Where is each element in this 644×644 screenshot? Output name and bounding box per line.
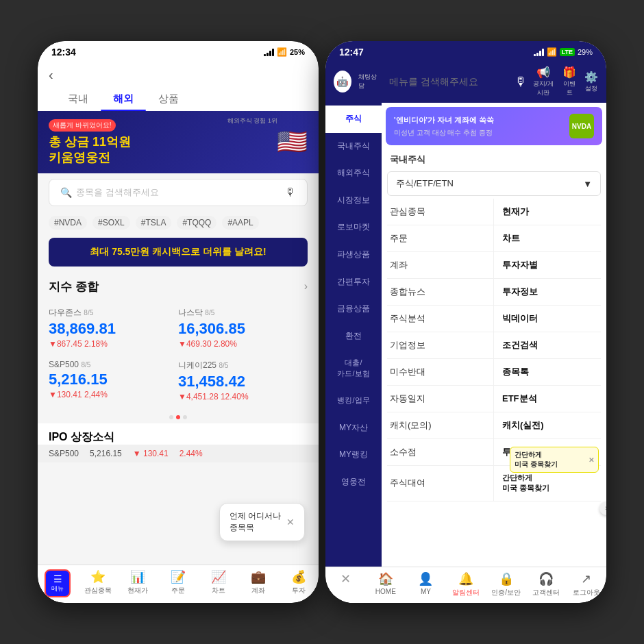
sidebar-item-banking[interactable]: 뱅킹/업무 bbox=[325, 387, 382, 414]
stock-price-0: 38,869.81 bbox=[49, 320, 178, 338]
menu-item-news[interactable]: 종합뉴스 bbox=[387, 279, 494, 306]
hashtag-1[interactable]: #SOXL bbox=[92, 216, 130, 230]
tooltip-close-icon[interactable]: ✕ bbox=[589, 456, 594, 464]
search-bar[interactable]: 🔍 종목을 검색해주세요 🎙 bbox=[49, 179, 308, 206]
menu-item-corp-info[interactable]: 기업정보 bbox=[387, 332, 494, 359]
sidebar-item-overseas[interactable]: 해외주식 bbox=[325, 160, 382, 187]
bottom-tab-account[interactable]: 💼 계좌 bbox=[238, 569, 279, 597]
menu-item-condition-search[interactable]: 조건검색 bbox=[494, 332, 601, 359]
menu-item-chart[interactable]: 차트 bbox=[494, 225, 601, 252]
bottom-support-tab[interactable]: 🎧 고객센터 bbox=[526, 571, 567, 597]
tab-products[interactable]: 상품 bbox=[146, 87, 191, 111]
stock-change-0: ▼867.45 2.18% bbox=[49, 339, 178, 349]
bottom-tab-chart[interactable]: 📈 차트 bbox=[198, 569, 238, 597]
bottom-tab-menu[interactable]: ☰ 메뉴 bbox=[38, 569, 78, 597]
settings-icon-group[interactable]: ⚙️ 설정 bbox=[584, 71, 598, 93]
right-signal-icon bbox=[534, 48, 544, 56]
etf-dropdown[interactable]: 주식/ETF/ETN ▼ bbox=[387, 171, 601, 196]
hashtag-4[interactable]: #AAPL bbox=[222, 216, 258, 230]
banner-flag: 🇺🇸 bbox=[277, 127, 308, 156]
right-header: 🤖 채팅상담 🎙 📢 공지/게시판 🎁 이벤트 ⚙️ bbox=[325, 60, 606, 103]
menu-item-current-price[interactable]: 현재가 bbox=[494, 199, 601, 225]
menu-item-investor-type[interactable]: 투자자별 bbox=[494, 252, 601, 279]
menu-item-auto-journal[interactable]: 자동일지 bbox=[387, 386, 494, 412]
sidebar-item-domestic[interactable]: 국내주식 bbox=[325, 133, 382, 160]
chatbot-label: 채팅상담 bbox=[358, 73, 378, 90]
menu-item-stock-talk[interactable]: 종목톡 bbox=[494, 359, 601, 386]
bottom-auth-tab[interactable]: 🔒 인증/보안 bbox=[486, 571, 526, 597]
hashtag-3[interactable]: #TQQQ bbox=[177, 216, 216, 230]
menu-item-stock-analysis[interactable]: 주식분석 bbox=[387, 306, 494, 332]
menu-item-stock-loan[interactable]: 주식대여 bbox=[387, 466, 494, 501]
stock-item-1[interactable]: 나스닥 8/5 16,306.85 ▼469.30 2.80% bbox=[178, 301, 308, 354]
event-icon-group[interactable]: 🎁 이벤트 bbox=[562, 66, 576, 97]
menu-item-catch-demo[interactable]: 캐치(모의) bbox=[387, 412, 494, 439]
promo-line1: '엔비디아'가 자녀 계좌에 쏙쏙 bbox=[394, 114, 494, 126]
search-icon: 🔍 bbox=[60, 187, 72, 198]
sidebar-item-my-asset[interactable]: MY자산 bbox=[325, 414, 382, 442]
ticker-pct: 2.44% bbox=[179, 449, 203, 458]
menu-item-big-data[interactable]: 빅데이터 bbox=[494, 306, 601, 332]
stock-price-1: 16,306.85 bbox=[178, 320, 308, 338]
bottom-alerts-tab[interactable]: 🔔 알림센터 bbox=[446, 571, 486, 597]
logout-label: 로그아웃 bbox=[573, 588, 600, 597]
bottom-tab-order[interactable]: 📝 주문 bbox=[158, 569, 199, 597]
bottom-tab-invest[interactable]: 💰 투자 bbox=[278, 569, 319, 597]
sidebar-item-derivatives[interactable]: 파생상품 bbox=[325, 241, 382, 269]
chatbot-icon[interactable]: 🤖 bbox=[334, 71, 351, 92]
auth-label: 인증/보안 bbox=[491, 588, 521, 597]
bottom-tab-watchlist[interactable]: ⭐ 관심종목 bbox=[78, 569, 119, 597]
sidebar-item-easy-invest[interactable]: 간편투자 bbox=[325, 269, 382, 296]
promo-logo: NVDA bbox=[569, 114, 594, 138]
back-button[interactable]: ‹ bbox=[49, 67, 53, 83]
right-time: 12:47 bbox=[339, 47, 364, 58]
stock-item-0[interactable]: 다우존스 8/5 38,869.81 ▼867.45 2.18% bbox=[49, 301, 178, 354]
menu-item-fraction[interactable]: 소수점 bbox=[387, 439, 494, 466]
notice-icon-group[interactable]: 📢 공지/게시판 bbox=[532, 66, 554, 97]
sidebar-item-loan[interactable]: 대출/카드/보험 bbox=[325, 349, 382, 387]
bottom-my-tab[interactable]: 👤 MY bbox=[406, 571, 446, 597]
battery-percent: 25% bbox=[290, 48, 305, 56]
bottom-logout-tab[interactable]: ↗ 로그아웃 bbox=[566, 571, 606, 597]
ticker-label: S&P500 bbox=[49, 449, 79, 458]
bottom-home-tab[interactable]: 🏠 HOME bbox=[366, 571, 406, 597]
stock-item-3[interactable]: 니케이225 8/5 31,458.42 ▼4,451.28 12.40% bbox=[178, 354, 308, 407]
scroll-right-icon[interactable]: › bbox=[599, 501, 606, 515]
sidebar-item-robo[interactable]: 로보마켓 bbox=[325, 214, 382, 241]
tab-domestic[interactable]: 국내 bbox=[55, 87, 101, 111]
section-arrow[interactable]: › bbox=[304, 280, 308, 293]
bottom-tab-price[interactable]: 📊 현재가 bbox=[118, 569, 158, 597]
ipo-section: IPO 상장소식 bbox=[38, 423, 319, 445]
menu-item-watchlist[interactable]: 관심종목 bbox=[387, 199, 494, 225]
menu-item-account[interactable]: 계좌 bbox=[387, 252, 494, 279]
index-title: 지수 종합 bbox=[49, 279, 99, 295]
scroll-indicator: › bbox=[382, 501, 606, 515]
hashtag-2[interactable]: #TSLA bbox=[136, 216, 172, 230]
sidebar-item-hero[interactable]: 영웅전 bbox=[325, 469, 382, 496]
menu-search-input[interactable] bbox=[389, 76, 509, 87]
hashtag-0[interactable]: #NVDA bbox=[49, 216, 87, 230]
menu-item-order[interactable]: 주문 bbox=[387, 225, 494, 252]
menu-item-invest-info[interactable]: 투자정보 bbox=[494, 279, 601, 306]
sidebar-item-my-ranking[interactable]: MY랭킹 bbox=[325, 441, 382, 469]
logout-icon: ↗ bbox=[581, 571, 591, 586]
sidebar-item-financial[interactable]: 금융상품 bbox=[325, 295, 382, 323]
tab-overseas[interactable]: 해외 bbox=[101, 87, 146, 111]
bottom-tab-chart-label: 차트 bbox=[212, 586, 225, 595]
popup-close-button[interactable]: ✕ bbox=[286, 517, 295, 528]
right-status-bar: 12:47 📶 LTE 29% bbox=[325, 41, 606, 60]
sidebar-item-market[interactable]: 시장정보 bbox=[325, 187, 382, 214]
bottom-tab-account-label: 계좌 bbox=[251, 586, 265, 595]
menu-item-margin[interactable]: 미수반대 bbox=[387, 359, 494, 386]
menu-item-find-us-stock[interactable]: 간단하게미국 종목찾기 간단하게미국 종목찾기 ✕ bbox=[494, 466, 601, 501]
menu-item-catch-real[interactable]: 캐치(실전) bbox=[494, 412, 601, 439]
mic-button[interactable]: 🎙 bbox=[515, 75, 527, 89]
bottom-close-button[interactable]: ✕ bbox=[325, 571, 366, 597]
stock-item-2[interactable]: S&P500 8/5 5,216.15 ▼130.41 2,44% bbox=[49, 354, 178, 407]
menu-item-etf-analysis[interactable]: ETF분석 bbox=[494, 386, 601, 412]
menu-tab-icon: ☰ 메뉴 bbox=[45, 569, 71, 597]
mic-icon[interactable]: 🎙 bbox=[285, 186, 296, 199]
stock-name-1: 나스닥 8/5 bbox=[178, 307, 308, 319]
sidebar-item-exchange[interactable]: 환전 bbox=[325, 323, 382, 350]
sidebar-item-stocks[interactable]: 주식 bbox=[325, 106, 382, 133]
